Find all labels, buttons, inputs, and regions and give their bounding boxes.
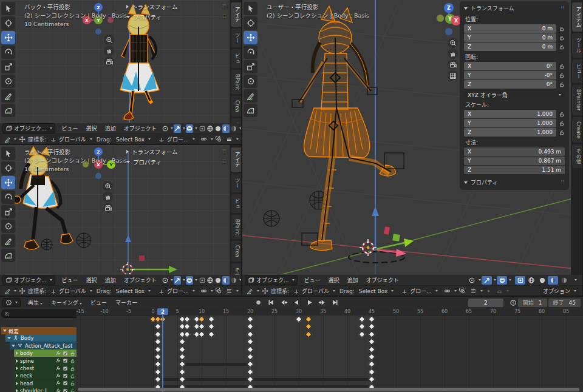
- channel-enable-checkbox[interactable]: [63, 380, 68, 386]
- shading-wireframe-button[interactable]: [206, 276, 214, 285]
- lock-icon[interactable]: [559, 44, 565, 50]
- location-z-field[interactable]: Z0 m: [464, 42, 556, 51]
- dimensions-z-field[interactable]: Z1.51 m: [464, 166, 565, 174]
- nav-gizmo[interactable]: Z X Y: [83, 3, 114, 35]
- channel-enable-checkbox[interactable]: [63, 351, 68, 356]
- proportional-edit-button[interactable]: [457, 287, 468, 296]
- snap-dropdown[interactable]: グロー...: [155, 286, 199, 296]
- camera-view-button[interactable]: [448, 59, 458, 70]
- falloff-button[interactable]: [225, 287, 234, 296]
- pan-view-button[interactable]: [448, 49, 458, 59]
- panel-properties-header[interactable]: プロパティ⠿: [126, 157, 227, 167]
- select-tool-button[interactable]: [1, 147, 15, 160]
- shading-wireframe-button[interactable]: [206, 124, 214, 133]
- menu-2[interactable]: 追加: [101, 275, 120, 285]
- channel-概要[interactable]: 概要: [1, 327, 77, 334]
- frame-end-field[interactable]: 終了45: [548, 299, 581, 307]
- fmodifier-icon[interactable]: [55, 358, 61, 363]
- fmodifier-icon[interactable]: [55, 388, 61, 392]
- sidebar-tab-bpaint[interactable]: BPaint: [231, 215, 241, 240]
- active-tool-dropdown[interactable]: [245, 287, 255, 296]
- shading-material-preview-button[interactable]: [222, 124, 230, 133]
- sidebar-tab-bpaint[interactable]: BPaint: [231, 70, 241, 95]
- scale-x-field[interactable]: X1.000: [464, 110, 556, 118]
- playhead[interactable]: [162, 315, 163, 392]
- menu-0[interactable]: ビュー: [58, 124, 82, 133]
- panel-properties-header[interactable]: プロパティ⠿: [464, 177, 565, 188]
- mode-dropdown[interactable]: オブジェク...: [2, 123, 55, 133]
- channel-lock-icon[interactable]: [70, 388, 75, 392]
- zoom-view-button[interactable]: [448, 38, 458, 48]
- measure-tool-button[interactable]: [244, 104, 257, 117]
- overlays-toggle-button[interactable]: [186, 124, 193, 133]
- gizmo-toggle-button[interactable]: [482, 276, 492, 285]
- fmodifier-icon[interactable]: [55, 373, 61, 379]
- dimensions-x-field[interactable]: X0.493 m: [464, 147, 565, 156]
- snapping-button[interactable]: [199, 287, 209, 296]
- menu-1[interactable]: 選択: [325, 275, 343, 285]
- falloff-button[interactable]: [468, 287, 479, 296]
- character-user[interactable]: [292, 6, 404, 251]
- shading-rendered-button[interactable]: [230, 124, 237, 133]
- channel-Action_Attack_fast[interactable]: Action_Attack_fast: [10, 342, 77, 350]
- snap-dropdown[interactable]: グロー...: [155, 135, 199, 144]
- snap-dropdown[interactable]: グロー...: [398, 286, 442, 296]
- channel-lock-icon[interactable]: [70, 351, 75, 356]
- menu-2[interactable]: 追加: [344, 275, 362, 285]
- rotation-mode-dropdown[interactable]: XYZ オイラー角: [464, 90, 565, 99]
- channel-shoulder_L[interactable]: shoulder_L: [14, 387, 77, 392]
- options-dropdown[interactable]: オプション: [539, 286, 580, 296]
- channel-search-input[interactable]: [1, 309, 77, 318]
- menu-3[interactable]: オブジェクト: [120, 275, 160, 285]
- cursor-3d[interactable]: [120, 262, 135, 274]
- scale-tool-button[interactable]: [1, 205, 15, 218]
- orientation-dropdown[interactable]: グローバル: [290, 286, 339, 296]
- character-side[interactable]: [13, 147, 73, 249]
- drag-dropdown[interactable]: Select Box: [112, 288, 154, 295]
- select-tool-button[interactable]: [1, 2, 15, 15]
- zoom-view-button[interactable]: [103, 181, 113, 191]
- proportional-dot-button[interactable]: [483, 287, 494, 296]
- toggle-xray-button[interactable]: [199, 276, 206, 285]
- annotate-tool-button[interactable]: [1, 234, 15, 248]
- falloff-curve-button[interactable]: [494, 287, 505, 296]
- sidebar-tab-crea[interactable]: Crea: [231, 241, 241, 262]
- lock-icon[interactable]: [559, 81, 565, 87]
- channel-chest[interactable]: chest: [14, 365, 77, 372]
- menu-3[interactable]: オブジェクト: [120, 124, 160, 133]
- shading-dropdown[interactable]: [570, 276, 580, 285]
- shading-material-preview-button[interactable]: [222, 276, 230, 285]
- shading-material-preview-button[interactable]: [548, 276, 558, 285]
- channel-enable-checkbox[interactable]: [63, 366, 68, 371]
- sidebar-tab-create[interactable]: Create: [572, 117, 582, 143]
- channel-lock-icon[interactable]: [70, 373, 75, 379]
- panel-transform-header[interactable]: トランスフォーム⠿: [464, 3, 565, 13]
- pan-view-button[interactable]: [103, 192, 113, 202]
- nav-gizmo[interactable]: Z X Y: [83, 147, 115, 179]
- shading-wireframe-button[interactable]: [526, 276, 536, 285]
- shading-rendered-button[interactable]: [230, 276, 237, 285]
- menu-1[interactable]: 選択: [83, 275, 101, 285]
- rotate-tool-button[interactable]: [1, 46, 15, 59]
- overlays-toggle-button[interactable]: [186, 276, 193, 285]
- rotation-z-field[interactable]: Z0°: [464, 80, 556, 89]
- sidebar-tab-item[interactable]: アイテム: [572, 2, 582, 32]
- cursor-tool-button[interactable]: [1, 16, 15, 30]
- cursor-tool-button[interactable]: [244, 16, 257, 30]
- proportional-edit-button[interactable]: [214, 287, 223, 296]
- sidebar-tab-crea[interactable]: Crea: [231, 96, 241, 117]
- channel-neck[interactable]: neck: [14, 372, 77, 379]
- sidebar-tab-ツー[interactable]: ツー: [231, 29, 241, 47]
- overlays-toggle-button[interactable]: [497, 276, 507, 285]
- move-gizmo[interactable]: [372, 206, 414, 257]
- timeline-menu-3[interactable]: マーカー: [112, 298, 141, 307]
- channel-Body[interactable]: Body: [5, 334, 77, 342]
- sidebar-tab-bpainter[interactable]: BPainter: [572, 85, 582, 115]
- horizontal-scrollbar[interactable]: [78, 388, 579, 391]
- transform-tool-button[interactable]: [244, 75, 257, 88]
- prev-frame-button[interactable]: [291, 298, 302, 307]
- menu-1[interactable]: 選択: [83, 124, 101, 133]
- channel-enable-checkbox[interactable]: [63, 373, 68, 379]
- playhead-frame-badge[interactable]: 2: [157, 308, 168, 315]
- mode-dropdown[interactable]: オブジェク...: [245, 275, 298, 285]
